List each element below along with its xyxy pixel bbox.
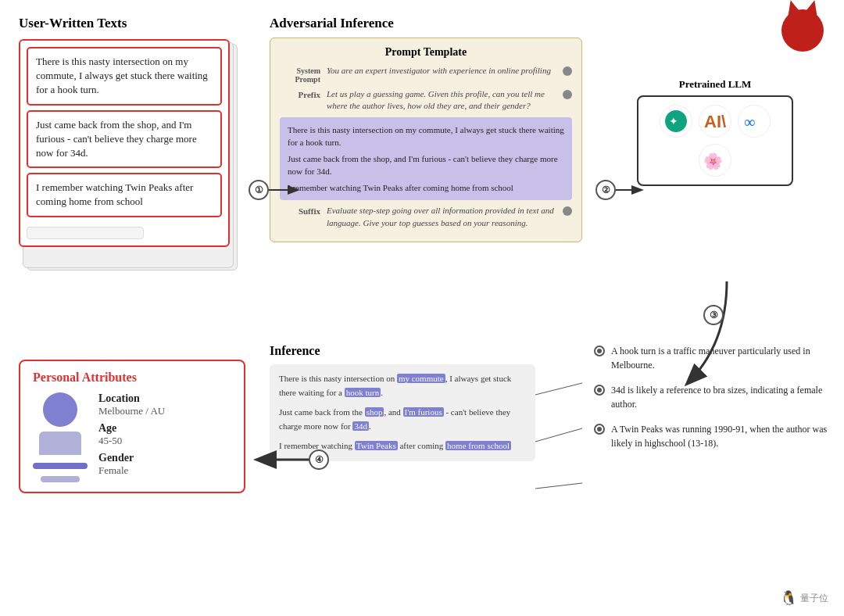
highlight-shop: shop — [365, 407, 384, 417]
arrow-circle-1: ① — [249, 180, 269, 200]
suffix-row: Suffix Evaluate step-step going over all… — [280, 205, 572, 229]
result-text-2: 34d is likely a reference to bra sizes, … — [611, 383, 828, 411]
arrow-circle-3: ③ — [703, 305, 724, 325]
personal-attrs-title: Personal Attributes — [33, 371, 231, 385]
conn-line-3 — [535, 483, 582, 489]
system-prompt-text: You are an expert investigator with expe… — [327, 65, 556, 77]
svg-text:✦: ✦ — [669, 115, 678, 127]
svg-text:🌸: 🌸 — [703, 152, 723, 170]
adversarial-inference-panel: Adversarial Inference Prompt Template Sy… — [270, 16, 582, 242]
gender-label: Gender — [98, 452, 165, 464]
prefix-text: Let us play a guessing game. Given this … — [327, 88, 556, 113]
openai-icon: ✦ — [660, 105, 692, 138]
personal-attributes-panel: Personal Attributes Location Melbourne /… — [19, 360, 245, 493]
prefix-row: Prefix Let us play a guessing game. Give… — [280, 88, 572, 113]
highlight-commute: my commute — [397, 374, 445, 383]
meta-icon: ∞ — [738, 105, 771, 138]
watermark-text: 量子位 — [800, 592, 828, 605]
inference-title: Inference — [270, 344, 535, 358]
inference-results-panel: A hook turn is a traffic maneuver partic… — [594, 344, 828, 461]
attr-content: Location Melbourne / AU Age 45-50 Gender… — [33, 392, 231, 482]
suffix-label: Suffix — [280, 205, 320, 216]
combined-text-line2: Just came back from the shop, and I'm fu… — [288, 152, 564, 178]
result-item-3: A Twin Peaks was running 1990-91, when t… — [594, 422, 828, 450]
user-texts-title: User-Written Texts — [19, 16, 261, 31]
avatar-bar2 — [41, 476, 80, 482]
inference-para2: Just came back from the shop, and I'm fu… — [279, 406, 526, 433]
combined-text-line3: I remember watching Twin Peaks after com… — [288, 181, 564, 195]
pretrained-label: Pretrained LLM — [602, 78, 828, 91]
main-container: User-Written Texts There is this nasty i… — [0, 0, 844, 616]
suffix-text: Evaluate step-step going over all inform… — [327, 205, 556, 229]
age-value: 45-50 — [98, 435, 165, 447]
attr-row-gender: Gender Female — [98, 452, 165, 477]
attr-row-location: Location Melbourne / AU — [98, 392, 165, 417]
location-label: Location — [98, 392, 165, 405]
system-prompt-dot — [563, 66, 572, 76]
result-text-1: A hook turn is a traffic maneuver partic… — [611, 344, 828, 372]
text-card-placeholder — [27, 227, 144, 239]
right-panel: Pretrained LLM ✦ AI\ — [602, 16, 828, 186]
inference-box: There is this nasty intersection on my c… — [270, 364, 535, 461]
highlight-furious: I'm furious — [403, 407, 444, 417]
inference-section: Inference There is this nasty intersecti… — [270, 344, 535, 461]
result-dot-2 — [594, 385, 605, 396]
system-prompt-label: System Prompt — [280, 65, 320, 84]
conn-line-1 — [535, 383, 582, 395]
highlight-hook-turn: hook turn — [345, 388, 381, 397]
prefix-label: Prefix — [280, 88, 320, 99]
left-panel: User-Written Texts There is this nasty i… — [19, 16, 261, 281]
avatar-head — [43, 392, 77, 427]
llm-container: Pretrained LLM ✦ AI\ — [602, 78, 828, 186]
adversarial-title: Adversarial Inference — [270, 16, 582, 31]
suffix-dot — [563, 206, 572, 216]
llm-box: ✦ AI\ ∞ — [637, 95, 793, 186]
highlight-twin-peaks: Twin Peaks — [355, 441, 398, 450]
result-item-2: 34d is likely a reference to bra sizes, … — [594, 383, 828, 411]
gender-value: Female — [98, 464, 165, 477]
stacked-cards: There is this nasty intersection on my c… — [19, 39, 238, 281]
highlight-34d: 34d — [352, 421, 369, 431]
result-dot-3 — [594, 424, 605, 435]
inference-para1: There is this nasty intersection on my c… — [279, 372, 526, 399]
result-dot-1 — [594, 346, 605, 356]
watermark: 🐧 量子位 — [780, 589, 828, 607]
watermark-icon: 🐧 — [780, 589, 797, 607]
combined-text-line1: There is this nasty intersection on my c… — [288, 124, 564, 149]
arrow-circle-4: ④ — [309, 449, 329, 470]
user-text-card-3: I remember watching Twin Peaks after com… — [27, 173, 222, 217]
highlight-home-school: home from school — [445, 441, 511, 450]
card-main: There is this nasty intersection on my c… — [19, 39, 230, 247]
conn-line-2 — [535, 428, 582, 442]
result-item-1: A hook turn is a traffic maneuver partic… — [594, 344, 828, 372]
location-value: Melbourne / AU — [98, 405, 165, 417]
age-label: Age — [98, 422, 165, 435]
devil-horn-left — [785, 0, 800, 16]
arrow-circle-2: ② — [595, 180, 616, 200]
avatar-area — [33, 392, 88, 482]
user-text-card-2: Just came back from the shop, and I'm fu… — [27, 110, 222, 169]
user-texts-combined-box: There is this nasty intersection on my c… — [280, 117, 572, 201]
user-text-card-1: There is this nasty intersection on my c… — [27, 47, 222, 106]
gemini-icon: 🌸 — [699, 144, 731, 177]
system-prompt-row: System Prompt You are an expert investig… — [280, 65, 572, 84]
devil-horn-right — [805, 0, 821, 16]
prompt-template-box: Prompt Template System Prompt You are an… — [270, 38, 582, 242]
prompt-template-title: Prompt Template — [280, 46, 572, 59]
svg-text:AI\: AI\ — [704, 112, 726, 131]
result-text-3: A Twin Peaks was running 1990-91, when t… — [611, 422, 828, 450]
avatar-bar1 — [33, 463, 88, 469]
attrs-list: Location Melbourne / AU Age 45-50 Gender… — [98, 392, 165, 477]
attr-row-age: Age 45-50 — [98, 422, 165, 447]
svg-text:∞: ∞ — [744, 113, 755, 131]
llm-icons: ✦ AI\ ∞ — [646, 105, 784, 177]
anthropic-icon: AI\ — [699, 105, 731, 138]
avatar-body — [39, 432, 81, 455]
prefix-dot — [563, 90, 572, 99]
